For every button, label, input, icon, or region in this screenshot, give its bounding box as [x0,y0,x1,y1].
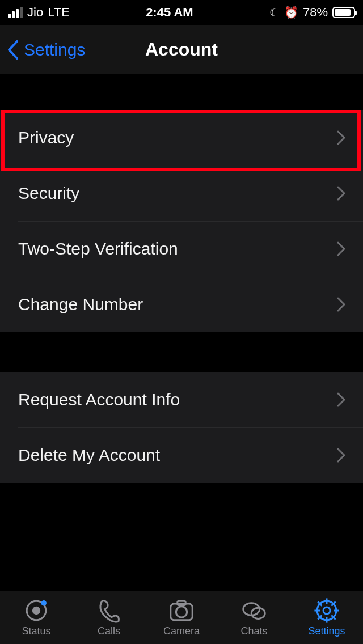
network-label: LTE [48,5,70,20]
signal-icon [8,7,23,18]
tab-settings[interactable]: Settings [290,598,363,637]
battery-icon [332,7,355,18]
svg-point-4 [176,607,187,617]
row-label: Two-Step Verification [18,239,178,259]
phone-icon [95,598,123,623]
status-time: 2:45 AM [146,5,193,20]
status-right: ☾ ⏰ 78% [269,5,355,20]
chevron-right-icon [337,297,346,312]
status-bar: Jio LTE 2:45 AM ☾ ⏰ 78% [0,0,363,25]
chevron-right-icon [337,242,346,256]
row-request-info[interactable]: Request Account Info [0,372,363,427]
tab-label: Calls [98,625,120,637]
row-privacy[interactable]: Privacy [0,110,363,166]
section-gap [0,332,363,372]
svg-point-2 [41,600,47,606]
tab-status[interactable]: Status [0,598,73,637]
chevron-right-icon [337,186,346,201]
alarm-icon: ⏰ [284,6,298,19]
row-change-number[interactable]: Change Number [0,277,363,332]
gear-icon [313,598,340,623]
svg-point-1 [32,607,40,615]
status-left: Jio LTE [8,5,70,20]
chat-icon [240,598,268,623]
row-delete-account[interactable]: Delete My Account [0,427,363,483]
tab-label: Settings [308,625,345,637]
tab-chats[interactable]: Chats [218,598,290,637]
chevron-right-icon [337,130,346,145]
section-gap [0,75,363,110]
carrier-label: Jio [27,5,43,20]
tab-label: Chats [240,625,267,637]
chevron-right-icon [337,448,346,463]
list-group-manage: Request Account Info Delete My Account [0,372,363,483]
status-icon [23,598,50,623]
back-label: Settings [24,40,85,60]
row-two-step[interactable]: Two-Step Verification [0,221,363,277]
tab-label: Camera [163,625,200,637]
row-label: Delete My Account [18,446,160,465]
row-label: Change Number [18,295,143,314]
moon-icon: ☾ [269,6,280,19]
camera-icon [168,598,195,623]
row-label: Privacy [18,128,74,147]
tab-label: Status [22,625,50,637]
battery-percentage: 78% [303,5,328,20]
tab-bar: Status Calls Camera Chats Settings [0,591,363,644]
row-security[interactable]: Security [0,166,363,221]
tab-calls[interactable]: Calls [73,598,145,637]
chevron-left-icon [7,40,19,60]
row-label: Request Account Info [18,390,180,409]
chevron-right-icon [337,392,346,407]
list-group-account: Privacy Security Two-Step Verification C… [0,110,363,332]
tab-camera[interactable]: Camera [145,598,218,637]
svg-point-9 [323,607,330,614]
nav-bar: Settings Account [0,25,363,75]
back-button[interactable]: Settings [0,40,85,60]
row-label: Security [18,184,79,203]
